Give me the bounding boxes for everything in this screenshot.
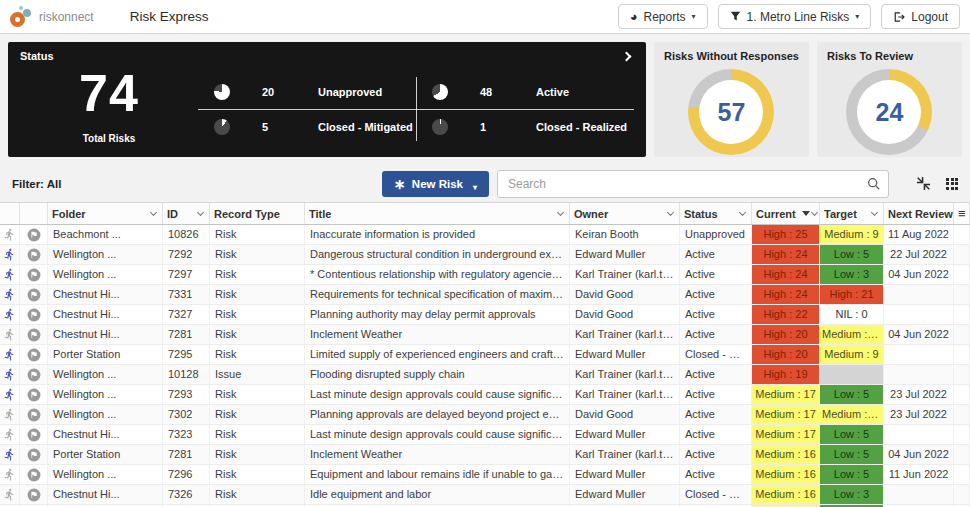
cell-owner: Edward Muller bbox=[570, 345, 680, 364]
column-header-status[interactable]: Status bbox=[680, 203, 752, 224]
cell-record-type: Risk bbox=[210, 425, 305, 444]
cell-folder: Wellington ... bbox=[48, 385, 163, 404]
table-row[interactable]: Chestnut Hi... 7331 Risk Requirements fo… bbox=[0, 285, 970, 305]
cell-target-rating: NIL : 0 bbox=[820, 305, 884, 324]
total-risks-label: Total Risks bbox=[20, 133, 198, 144]
table-row[interactable]: Chestnut Hi... 7327 Risk Planning author… bbox=[0, 305, 970, 325]
column-header-target[interactable]: Target bbox=[820, 203, 884, 224]
column-header-next-review[interactable]: Next Review bbox=[884, 203, 954, 224]
cell-current-rating: High : 24 bbox=[752, 245, 820, 264]
cell-record-type: Risk bbox=[210, 285, 305, 304]
filter-chevron-icon[interactable] bbox=[150, 209, 157, 216]
filter-chevron-icon[interactable] bbox=[557, 209, 564, 216]
pie-icon bbox=[432, 119, 448, 135]
filter-chevron-icon[interactable] bbox=[739, 209, 746, 216]
runner-action-icon[interactable] bbox=[0, 365, 20, 384]
collapse-icon[interactable] bbox=[916, 176, 931, 191]
cell-record-type: Risk bbox=[210, 445, 305, 464]
cell-title: Last minute design approvals could cause… bbox=[305, 425, 570, 444]
status-expand-chevron-icon[interactable] bbox=[622, 51, 632, 61]
cell-folder: Chestnut Hi... bbox=[48, 485, 163, 504]
table-row[interactable]: Wellington ... 7293 Risk Last minute des… bbox=[0, 385, 970, 405]
reports-button[interactable]: ◕ Reports ▾ bbox=[618, 4, 708, 29]
flag-action-icon[interactable] bbox=[20, 445, 48, 464]
flag-action-icon[interactable] bbox=[20, 485, 48, 504]
cell-title: Limited supply of experienced engineers … bbox=[305, 345, 570, 364]
sort-desc-icon bbox=[802, 211, 810, 216]
table-row[interactable]: Wellington ... 7296 Risk Equipment and l… bbox=[0, 465, 970, 485]
flag-action-icon[interactable] bbox=[20, 265, 48, 284]
gauge-risks-without-responses[interactable]: Risks Without Responses 57 bbox=[654, 42, 809, 157]
pie-chart-icon: ◕ bbox=[630, 10, 638, 23]
runner-action-icon[interactable] bbox=[0, 285, 20, 304]
flag-action-icon[interactable] bbox=[20, 425, 48, 444]
flag-action-icon[interactable] bbox=[20, 465, 48, 484]
runner-action-icon[interactable] bbox=[0, 345, 20, 364]
flag-action-icon[interactable] bbox=[20, 305, 48, 324]
table-row[interactable]: Chestnut Hi... 7281 Risk Inclement Weath… bbox=[0, 325, 970, 345]
table-row[interactable]: Wellington ... 7292 Risk Dangerous struc… bbox=[0, 245, 970, 265]
cell-next-review: 11 Aug 2022 bbox=[884, 225, 954, 244]
cell-folder: Porter Station bbox=[48, 345, 163, 364]
cell-next-review bbox=[884, 425, 954, 444]
table-row[interactable]: Wellington ... 7302 Risk Planning approv… bbox=[0, 405, 970, 425]
funnel-icon bbox=[730, 11, 741, 22]
flag-action-icon[interactable] bbox=[20, 365, 48, 384]
table-row[interactable]: Porter Station 7281 Risk Inclement Weath… bbox=[0, 445, 970, 465]
table-row[interactable]: Chestnut Hi... 7326 Risk Idle equipment … bbox=[0, 485, 970, 505]
search-input[interactable] bbox=[497, 170, 889, 198]
table-row[interactable]: Wellington ... 10128 Issue Flooding disr… bbox=[0, 365, 970, 385]
column-header-folder[interactable]: Folder bbox=[48, 203, 163, 224]
runner-action-icon[interactable] bbox=[0, 445, 20, 464]
flag-action-icon[interactable] bbox=[20, 325, 48, 344]
column-header-id[interactable]: ID bbox=[163, 203, 210, 224]
runner-action-icon[interactable] bbox=[0, 325, 20, 344]
runner-action-icon[interactable] bbox=[0, 405, 20, 424]
cell-status: Active bbox=[680, 365, 752, 384]
table-row[interactable]: Chestnut Hi... 7323 Risk Last minute des… bbox=[0, 425, 970, 445]
filter-chevron-icon[interactable] bbox=[871, 209, 878, 216]
flag-action-icon[interactable] bbox=[20, 385, 48, 404]
filter-chevron-icon[interactable] bbox=[811, 209, 818, 216]
runner-action-icon[interactable] bbox=[0, 245, 20, 264]
runner-action-icon[interactable] bbox=[0, 485, 20, 504]
flag-action-icon[interactable] bbox=[20, 225, 48, 244]
cell-menu bbox=[954, 485, 970, 504]
runner-action-icon[interactable] bbox=[0, 425, 20, 444]
gauge-risks-to-review[interactable]: Risks To Review 24 bbox=[817, 42, 962, 157]
table-row[interactable]: Porter Station 7295 Risk Limited supply … bbox=[0, 345, 970, 365]
cell-folder: Wellington ... bbox=[48, 405, 163, 424]
filter-chevron-icon[interactable] bbox=[667, 209, 674, 216]
runner-action-icon[interactable] bbox=[0, 305, 20, 324]
flag-action-icon[interactable] bbox=[20, 345, 48, 364]
cell-status: Closed - Mitigat... bbox=[680, 345, 752, 364]
column-header-title[interactable]: Title bbox=[305, 203, 570, 224]
runner-action-icon[interactable] bbox=[0, 385, 20, 404]
cell-id: 7281 bbox=[163, 445, 210, 464]
new-risk-button[interactable]: ∗ New Risk ▾ bbox=[382, 171, 489, 197]
flag-action-icon[interactable] bbox=[20, 405, 48, 424]
cell-next-review: 04 Jun 2022 bbox=[884, 325, 954, 344]
runner-icon bbox=[3, 248, 16, 261]
logout-button[interactable]: Logout bbox=[881, 4, 960, 29]
cell-id: 7293 bbox=[163, 385, 210, 404]
table-row[interactable]: Beachmont ... 10826 Risk Inaccurate info… bbox=[0, 225, 970, 245]
column-header-owner[interactable]: Owner bbox=[570, 203, 680, 224]
column-header-record-type[interactable]: Record Type bbox=[210, 203, 305, 224]
grid-view-icon[interactable] bbox=[946, 178, 958, 190]
filter-chevron-icon[interactable] bbox=[197, 209, 204, 216]
table-row[interactable]: Wellington ... 7297 Risk * Contentious r… bbox=[0, 265, 970, 285]
runner-action-icon[interactable] bbox=[0, 225, 20, 244]
flag-action-icon[interactable] bbox=[20, 245, 48, 264]
cell-folder: Chestnut Hi... bbox=[48, 325, 163, 344]
search-icon[interactable] bbox=[867, 177, 881, 191]
column-header-current[interactable]: Current bbox=[752, 203, 820, 224]
runner-action-icon[interactable] bbox=[0, 465, 20, 484]
cell-menu bbox=[954, 465, 970, 484]
runner-action-icon[interactable] bbox=[0, 265, 20, 284]
view-filter-button[interactable]: 1. Metro Line Risks ▾ bbox=[718, 4, 872, 29]
table-menu-button[interactable]: ≡ bbox=[954, 203, 970, 224]
page-title: Risk Express bbox=[130, 9, 209, 24]
flag-action-icon[interactable] bbox=[20, 285, 48, 304]
cell-id: 7297 bbox=[163, 265, 210, 284]
